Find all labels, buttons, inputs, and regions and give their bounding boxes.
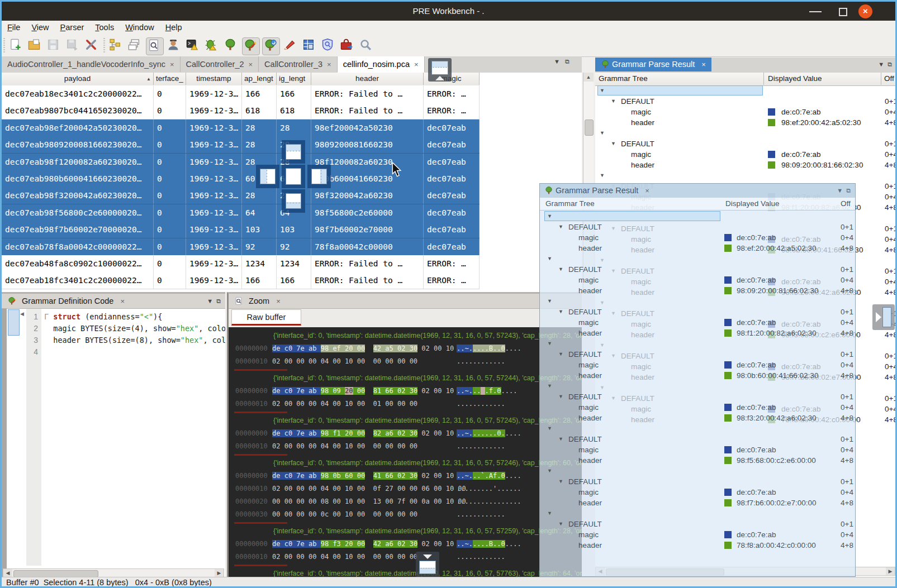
close-icon[interactable]: × — [170, 60, 174, 69]
tree-field-magic[interactable]: magicde:c0:7e:ab0+4 — [540, 360, 855, 370]
window-cascade-button[interactable] — [127, 37, 144, 54]
tree-field-header[interactable]: header98:f7:b6:00:02:e7:00:004+8 — [540, 498, 855, 508]
collapse-arrow-icon[interactable]: ◀ — [20, 311, 24, 317]
scrollbar-thumb[interactable] — [585, 119, 594, 136]
hex-line[interactable]: 0000001002 00 00 00 04 00 10 00 00 00 00… — [229, 355, 582, 368]
search-button[interactable] — [358, 37, 375, 54]
inspect-shield-button[interactable] — [320, 37, 337, 54]
code-scroll-indicator[interactable] — [8, 309, 20, 336]
hex-line[interactable]: 00000000de c0 7e ab 98 f1 20 00 82 a6 02… — [229, 427, 582, 440]
save-as-button[interactable] — [65, 37, 82, 54]
column-header-terface_[interactable]: terface_ — [154, 73, 186, 85]
hex-line[interactable]: 0000001002 00 00 00 04 00 10 00 00 00 00… — [229, 551, 582, 563]
tree-node-default[interactable]: ▼DEFAULT0+1 — [595, 96, 895, 107]
table-row[interactable]: dec07eab98f3200042a60230020…01969-12-3…2… — [2, 187, 480, 204]
tree-field-header[interactable]: header98:ef:20:00:42:a5:02:304+8 — [595, 117, 895, 128]
menu-view[interactable]: View — [26, 21, 54, 34]
reparse-grammar-button[interactable] — [262, 37, 280, 55]
tree-field-magic[interactable]: magicde:c0:7e:ab0+4 — [540, 444, 855, 455]
table-row[interactable]: dec07eab98f1200082a60230020…01969-12-3…2… — [2, 154, 480, 171]
debug-bug-button[interactable] — [204, 37, 221, 54]
table-row[interactable]: dec07eab98f7b60002e70000020…01969-12-3…1… — [2, 221, 480, 238]
float-title-bar[interactable]: Grammar Parse Result × ▼ ⧉ — [540, 184, 855, 198]
scroll-right-arrow[interactable]: ▶ — [215, 569, 224, 577]
maximize-button[interactable] — [839, 8, 847, 16]
scroll-left-arrow[interactable]: ◀ — [3, 569, 12, 577]
close-icon[interactable]: × — [645, 187, 649, 195]
scroll-up-arrow[interactable]: ▲ — [583, 73, 594, 82]
close-icon[interactable]: × — [249, 60, 253, 69]
tree-field-magic[interactable]: magicde:c0:7e:ab0+4 — [540, 317, 855, 328]
hex-line[interactable]: 0000001002 00 00 00 04 00 10 00 00 00 00… — [229, 440, 582, 453]
tree-field-header[interactable]: header98:f1:20:00:82:a6:02:304+8 — [540, 328, 855, 338]
tree-node-default[interactable]: ▼DEFAULT0+1 — [540, 222, 855, 232]
tab-AudioController_1_handleVocoderInfo_sync[interactable]: AudioController_1_handleVocoderInfo_sync… — [2, 56, 181, 72]
table-row[interactable]: dec07eab98ef200042a50230020…01969-12-3…2… — [2, 119, 480, 137]
tree-field-header[interactable]: header98:f3:20:00:42:a6:02:304+8 — [540, 413, 855, 423]
column-header-ap_lengt[interactable]: ap_lengt — [242, 73, 277, 85]
tree-field-header[interactable]: header98:f5:68:00:c2:e6:00:004+8 — [540, 455, 855, 466]
column-header-ig_lengt[interactable]: ig_lengt — [277, 73, 311, 85]
dock-buttons[interactable]: ▼ ⧉ — [878, 61, 892, 68]
tree-structure-button[interactable] — [108, 37, 125, 54]
tree-field-magic[interactable]: magicde:c0:7e:ab0+4 — [540, 529, 855, 540]
tree-node-default[interactable]: ▼DEFAULT0+1 — [540, 434, 855, 444]
tab-CallController_3[interactable]: CallController_3× — [259, 56, 338, 72]
table-row[interactable]: dec07eab98f56800c2e60000020…01969-12-3…6… — [2, 204, 480, 222]
tree-field-header[interactable]: header78:f8:a0:00:42:c0:00:004+8 — [540, 540, 855, 551]
tree-node-default[interactable]: ▼DEFAULT0+1 — [540, 519, 855, 529]
tree-node-default[interactable]: ▼DEFAULT0+1 — [540, 264, 855, 275]
user-expert-button[interactable] — [166, 37, 183, 54]
tree-field-header[interactable]: header98:ef:20:00:42:a5:02:304+8 — [540, 243, 855, 254]
scroll-right-arrow[interactable]: ▶ — [886, 567, 895, 575]
menu-help[interactable]: Help — [160, 21, 188, 34]
tree-node-default[interactable]: ▼DEFAULT0+1 — [595, 138, 895, 149]
close-button[interactable]: × — [858, 4, 872, 18]
table-row[interactable]: dec07eab78f8a00042c00000022…01969-12-3…9… — [2, 238, 480, 256]
table-row[interactable]: dec07eab48fa8c0902c10000022…01969-12-3…1… — [2, 255, 480, 273]
table-row[interactable]: dec07eab9809200081660230020…01969-12-3…2… — [2, 136, 480, 154]
data-grid-button[interactable] — [301, 37, 318, 54]
tree-field-header[interactable]: header98:09:20:00:81:66:02:304+8 — [595, 160, 895, 170]
hex-line[interactable]: 00000000de c0 7e ab 98 f3 20 00 42 a6 02… — [229, 538, 582, 551]
menu-window[interactable]: Window — [120, 21, 160, 34]
close-icon[interactable]: × — [327, 60, 331, 69]
menu-file[interactable]: File — [2, 21, 26, 34]
code-editor[interactable]: Γ struct (endianness="<"){ magic BYTES(s… — [44, 309, 225, 568]
tree-field-header[interactable]: header98:09:20:00:81:66:02:304+8 — [540, 285, 855, 296]
parse-tree-button[interactable] — [223, 37, 240, 54]
zoom-preview-button[interactable] — [146, 37, 164, 55]
open-folder-button[interactable] — [27, 37, 44, 54]
close-icon[interactable]: × — [701, 60, 706, 69]
table-row[interactable]: dec07eab18ec3401c2c20000022…01969-12-3…1… — [2, 85, 480, 103]
minimize-button[interactable] — [809, 6, 822, 12]
tree-node-default[interactable]: ▼DEFAULT0+1 — [540, 476, 855, 487]
table-row[interactable]: dec07eab9807bc0441650230020…01969-12-3…6… — [2, 102, 480, 119]
hex-line[interactable]: 0000001002 00 00 00 04 00 10 00 0f 27 00… — [229, 482, 582, 495]
cut-knife-button[interactable] — [282, 37, 299, 54]
terminal-error-button[interactable] — [185, 37, 202, 54]
tree-node-default[interactable]: ▼DEFAULT0+1 — [540, 391, 855, 402]
close-icon[interactable]: × — [276, 297, 281, 305]
hex-line[interactable]: 00000000de c0 7e ab 98 ef 20 00 42 a5 02… — [229, 342, 582, 355]
close-icon[interactable]: × — [414, 60, 419, 69]
tab-bar-menu[interactable]: ▼ ⧉ — [554, 58, 569, 65]
tree-node-default[interactable]: ▼DEFAULT0+1 — [540, 349, 855, 360]
tree-node-default[interactable]: ▼DEFAULT0+1 — [540, 307, 855, 317]
hex-dump-view[interactable]: {'interface_id': 0, 'timestamp': datetim… — [229, 327, 582, 579]
close-icon[interactable]: × — [120, 297, 125, 305]
configure-tools-button[interactable] — [84, 37, 101, 54]
tree-field-magic[interactable]: magicde:c0:7e:ab0+4 — [540, 232, 855, 243]
floating-grammar-parse-result-window[interactable]: Grammar Parse Result × ▼ ⧉ Grammar Tree … — [539, 183, 856, 577]
tree-field-magic[interactable]: magicde:c0:7e:ab0+4 — [540, 402, 855, 413]
toolbox-button[interactable] — [339, 37, 356, 54]
table-row[interactable]: dec07eab980b600041660230020…01969-12-3…6… — [2, 170, 480, 188]
hex-line[interactable]: 0000003000 00 00 00 0c 00 10 00 00 00 00… — [229, 508, 582, 521]
tab-raw-buffer[interactable]: Raw buffer — [231, 309, 301, 326]
hex-line[interactable]: 0000002000 00 00 00 08 00 10 00 13 00 7f… — [229, 495, 582, 508]
tree-field-header[interactable]: header98:0b:60:00:41:66:02:304+8 — [540, 370, 855, 381]
menu-parser[interactable]: Parser — [55, 21, 90, 34]
tab-cellinfo_nosim.pca[interactable]: cellinfo_nosim.pca× — [338, 56, 425, 73]
tree-field-magic[interactable]: magicde:c0:7e:ab0+4 — [595, 107, 895, 117]
tree-field-magic[interactable]: magicde:c0:7e:ab0+4 — [540, 275, 855, 285]
